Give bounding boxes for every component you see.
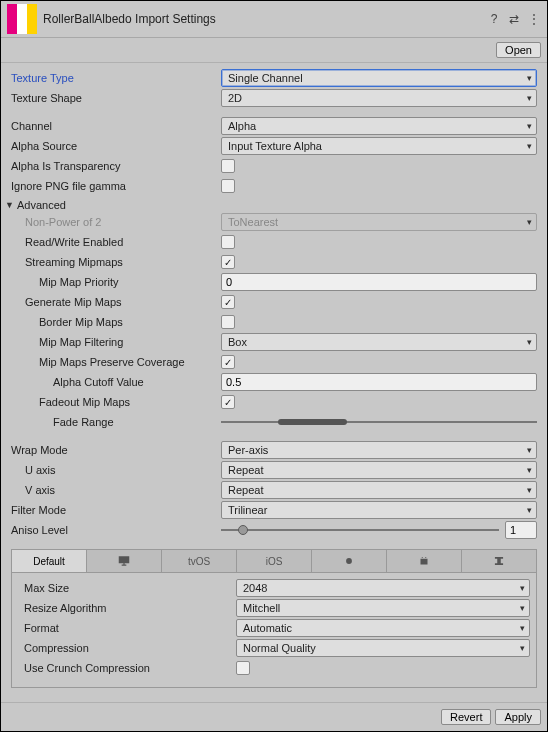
mipmap-filtering-dropdown[interactable]: Box — [221, 333, 537, 351]
fadeout-mipmaps-label: Fadeout Mip Maps — [11, 396, 221, 408]
preset-icon[interactable]: ⇄ — [507, 12, 521, 26]
alpha-cutoff-label: Alpha Cutoff Value — [11, 376, 221, 388]
monitor-icon — [117, 554, 131, 568]
inspector-panel: RollerBallAlbedo Import Settings ? ⇄ ⋮ O… — [0, 0, 548, 732]
fade-range-label: Fade Range — [11, 416, 221, 428]
mipmap-priority-input[interactable] — [221, 273, 537, 291]
advanced-foldout[interactable]: ▼ Advanced — [5, 199, 537, 211]
streaming-mipmaps-checkbox[interactable]: ✓ — [221, 255, 235, 269]
wrap-mode-dropdown[interactable]: Per-axis — [221, 441, 537, 459]
crunch-label: Use Crunch Compression — [18, 662, 236, 674]
alpha-cutoff-input[interactable] — [221, 373, 537, 391]
preserve-coverage-checkbox[interactable]: ✓ — [221, 355, 235, 369]
tab-webgl[interactable] — [462, 550, 536, 572]
ignore-png-gamma-label: Ignore PNG file gamma — [11, 180, 221, 192]
tab-android[interactable] — [387, 550, 462, 572]
u-axis-dropdown[interactable]: Repeat — [221, 461, 537, 479]
filter-mode-label: Filter Mode — [11, 504, 221, 516]
alpha-transparency-checkbox[interactable] — [221, 159, 235, 173]
alpha-source-dropdown[interactable]: Input Texture Alpha — [221, 137, 537, 155]
webgl-icon — [492, 554, 506, 568]
foldout-icon: ▼ — [5, 200, 15, 210]
filter-mode-dropdown[interactable]: Trilinear — [221, 501, 537, 519]
alpha-source-label: Alpha Source — [11, 140, 221, 152]
tab-tvos[interactable]: tv​OS — [162, 550, 237, 572]
resize-algorithm-label: Resize Algorithm — [18, 602, 236, 614]
tab-lumin[interactable] — [312, 550, 387, 572]
tab-ios[interactable]: iOS — [237, 550, 312, 572]
texture-type-dropdown[interactable]: Single Channel — [221, 69, 537, 87]
format-dropdown[interactable]: Automatic — [236, 619, 530, 637]
max-size-label: Max Size — [18, 582, 236, 594]
generate-mipmaps-checkbox[interactable]: ✓ — [221, 295, 235, 309]
lumin-icon — [342, 554, 356, 568]
tab-default[interactable]: Default — [12, 550, 87, 572]
menu-icon[interactable]: ⋮ — [527, 12, 541, 26]
alpha-transparency-label: Alpha Is Transparency — [11, 160, 221, 172]
aniso-level-slider[interactable] — [221, 523, 499, 537]
mipmap-filtering-label: Mip Map Filtering — [11, 336, 221, 348]
channel-label: Channel — [11, 120, 221, 132]
wrap-mode-label: Wrap Mode — [11, 444, 221, 456]
footer-bar: Revert Apply — [1, 702, 547, 731]
u-axis-label: U axis — [11, 464, 221, 476]
border-mipmaps-checkbox[interactable] — [221, 315, 235, 329]
max-size-dropdown[interactable]: 2048 — [236, 579, 530, 597]
asset-thumbnail — [7, 4, 37, 34]
revert-button[interactable]: Revert — [441, 709, 491, 725]
open-button[interactable]: Open — [496, 42, 541, 58]
page-title: RollerBallAlbedo Import Settings — [43, 12, 481, 26]
v-axis-dropdown[interactable]: Repeat — [221, 481, 537, 499]
streaming-mipmaps-label: Streaming Mipmaps — [11, 256, 221, 268]
compression-label: Compression — [18, 642, 236, 654]
channel-dropdown[interactable]: Alpha — [221, 117, 537, 135]
readwrite-label: Read/Write Enabled — [11, 236, 221, 248]
svg-point-0 — [346, 558, 352, 564]
platform-tabs: Default tv​OS iOS — [11, 549, 537, 572]
npot-dropdown: ToNearest — [221, 213, 537, 231]
aniso-level-label: Aniso Level — [11, 524, 221, 536]
border-mipmaps-label: Border Mip Maps — [11, 316, 221, 328]
preserve-coverage-label: Mip Maps Preserve Coverage — [11, 356, 221, 368]
svg-point-1 — [422, 557, 423, 558]
header-bar: RollerBallAlbedo Import Settings ? ⇄ ⋮ — [1, 1, 547, 38]
apply-button[interactable]: Apply — [495, 709, 541, 725]
readwrite-checkbox[interactable] — [221, 235, 235, 249]
texture-type-label: Texture Type — [11, 72, 221, 84]
tab-standalone[interactable] — [87, 550, 162, 572]
fadeout-mipmaps-checkbox[interactable]: ✓ — [221, 395, 235, 409]
texture-shape-dropdown[interactable]: 2D — [221, 89, 537, 107]
header-icons: ? ⇄ ⋮ — [487, 12, 541, 26]
format-label: Format — [18, 622, 236, 634]
aniso-level-input[interactable] — [505, 521, 537, 539]
android-icon — [417, 554, 431, 568]
mipmap-priority-label: Mip Map Priority — [11, 276, 221, 288]
texture-shape-label: Texture Shape — [11, 92, 221, 104]
crunch-checkbox[interactable] — [236, 661, 250, 675]
v-axis-label: V axis — [11, 484, 221, 496]
svg-point-2 — [425, 557, 426, 558]
ignore-png-gamma-checkbox[interactable] — [221, 179, 235, 193]
npot-label: Non-Power of 2 — [11, 216, 221, 228]
help-icon[interactable]: ? — [487, 12, 501, 26]
resize-algorithm-dropdown[interactable]: Mitchell — [236, 599, 530, 617]
platform-settings: Max Size 2048 Resize Algorithm Mitchell … — [11, 572, 537, 688]
generate-mipmaps-label: Generate Mip Maps — [11, 296, 221, 308]
compression-dropdown[interactable]: Normal Quality — [236, 639, 530, 657]
fade-range-slider[interactable] — [221, 415, 537, 429]
